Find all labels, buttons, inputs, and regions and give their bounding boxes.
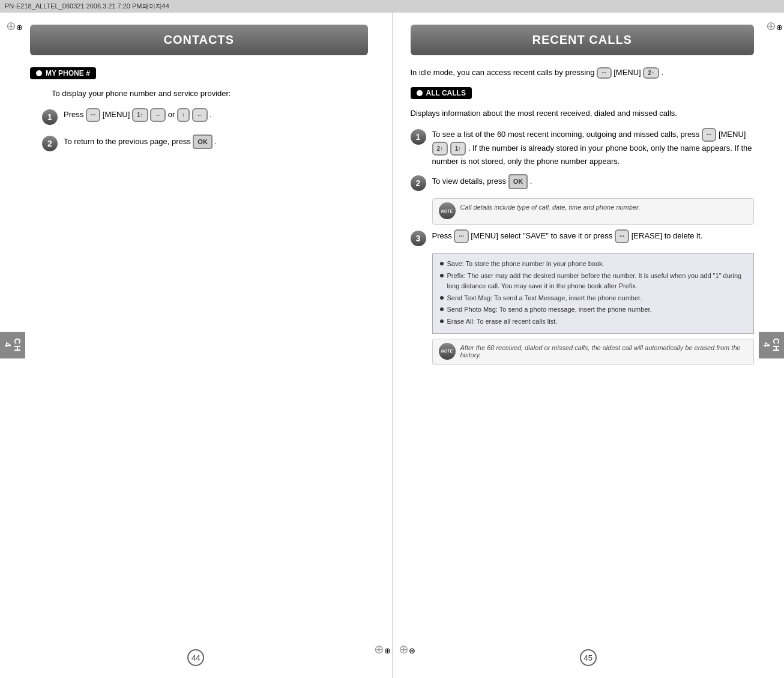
step-1-text: Press ··· [MENU] 1↑ ← or ↑ ← . [64, 108, 368, 122]
nav-key-4: ← [192, 108, 208, 122]
all-calls-label: ALL CALLS [411, 87, 472, 99]
info-item-4: Send Photo Msg: To send a photo message,… [440, 304, 747, 315]
erase-key: ··· [615, 229, 629, 243]
left-page: ⊕ ⊕ CH 4 CONTACTS MY PHONE # To display … [0, 13, 393, 678]
rc-step-1-row: 1 To see a list of the 60 most recent in… [411, 128, 755, 168]
info-item-2: Prefix: The user may add the desired num… [440, 271, 747, 292]
main-content: ⊕ ⊕ CH 4 CONTACTS MY PHONE # To display … [0, 13, 784, 678]
ok-key-right: OK [508, 174, 528, 189]
nav-key-2: ← [150, 108, 166, 122]
bullet-dot [36, 70, 42, 76]
note-box-1: NOTE Call details include type of call, … [432, 198, 755, 225]
top-bar: PN-E218_ALLTEL_060321 2006.3.21 7:20 PM페… [0, 0, 784, 13]
rc-step-2-text: To view details, press OK . [432, 174, 755, 189]
step-1-row: 1 Press ··· [MENU] 1↑ ← or ↑ ← . [42, 108, 368, 125]
left-side-tab: CH 4 [0, 332, 25, 359]
press-label: Press [64, 109, 86, 118]
save-menu-key: ··· [454, 229, 468, 243]
info-item-5: Erase All: To erase all recent calls lis… [440, 316, 747, 327]
left-header: CONTACTS [30, 25, 368, 55]
return-label: To return to the previous page, press [64, 136, 193, 145]
step-2-row: 2 To return to the previous page, press … [42, 135, 368, 151]
rc-step-3-text: Press ··· [MENU] select "SAVE" to save i… [432, 229, 755, 243]
intro-nav-key: 2↑ [643, 67, 659, 79]
rc-step-3-row: 3 Press ··· [MENU] select "SAVE" to save… [411, 229, 755, 246]
ok-key-left: OK [193, 135, 213, 150]
crosshair-bottom-right: ⊕ [374, 642, 386, 654]
rc-step-1-text: To see a list of the 60 most recent inco… [432, 128, 755, 168]
info-bullet-2 [440, 274, 444, 277]
info-bullet-3 [440, 296, 444, 300]
rc-nav-3: 1↑ [450, 142, 466, 156]
info-item-3: Send Text Msg: To send a Text Message, i… [440, 293, 747, 304]
info-box: Save: To store the phone number in your … [432, 253, 755, 334]
note-icon-2: NOTE [439, 343, 456, 360]
step-2-circle: 2 [42, 136, 58, 151]
note1-text: Call details include type of call, date,… [460, 204, 641, 211]
rc-nav-2: 2↑ [432, 142, 448, 156]
my-phone-label: MY PHONE # [30, 67, 96, 79]
right-side-tab: CH 4 [759, 332, 784, 359]
left-page-num: 44 [187, 649, 204, 666]
crosshair-top-right: ⊕ [766, 19, 778, 31]
crosshair-top-left: ⊕ [6, 19, 18, 31]
menu-key-1: ··· [86, 108, 100, 122]
note-icon-1: NOTE [439, 202, 456, 219]
right-page-num: 45 [580, 649, 597, 666]
all-calls-bullet [417, 90, 423, 96]
rc-step-1-circle: 1 [411, 129, 426, 145]
info-bullet-1 [440, 262, 444, 265]
menu-bracket-1: [MENU] [103, 109, 130, 118]
my-phone-description: To display your phone number and service… [52, 88, 368, 100]
intro-menu-key: ··· [597, 67, 611, 79]
intro-text: In idle mode, you can access recent call… [411, 67, 755, 79]
all-calls-description: Displays information about the most rece… [411, 107, 755, 120]
right-header: RECENT CALLS [411, 25, 755, 55]
step-2-text: To return to the previous page, press OK… [64, 135, 368, 150]
info-item-1: Save: To store the phone number in your … [440, 259, 747, 270]
info-bullet-4 [440, 307, 444, 311]
step-1-circle: 1 [42, 109, 58, 125]
rc-step-3-circle: 3 [411, 231, 426, 246]
rc-menu-key: ··· [702, 128, 716, 142]
note2-text: After the 60 received, dialed or missed … [460, 344, 748, 359]
crosshair-bottom-left: ⊕ [399, 642, 411, 654]
nav-key-1: 1↑ [132, 108, 148, 122]
rc-step-2-circle: 2 [411, 175, 426, 191]
nav-key-3: ↑ [177, 108, 190, 122]
rc-step-2-row: 2 To view details, press OK . [411, 174, 755, 191]
info-bullet-5 [440, 319, 444, 323]
period-1: . [210, 109, 212, 118]
topbar-text: PN-E218_ALLTEL_060321 2006.3.21 7:20 PM페… [5, 2, 169, 10]
or-label: or [168, 109, 177, 118]
period-2: . [214, 136, 217, 145]
right-page: ⊕ ⊕ CH 4 RECENT CALLS In idle mode, you … [393, 13, 785, 678]
all-calls-section: ALL CALLS Displays information about the… [411, 87, 755, 365]
note-box-2: NOTE After the 60 received, dialed or mi… [432, 339, 755, 365]
